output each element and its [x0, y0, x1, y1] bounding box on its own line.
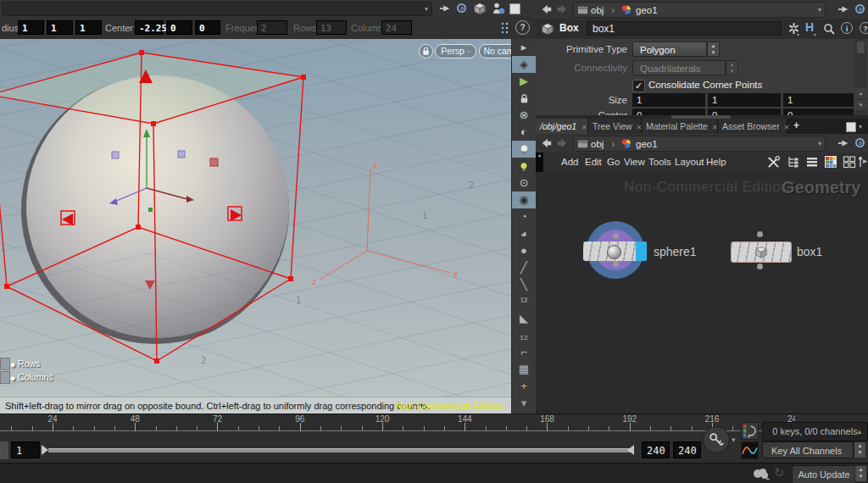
tab-tree-view[interactable]: Tree View✕ — [588, 119, 642, 134]
pin-icon[interactable] — [439, 3, 451, 14]
help-icon[interactable]: ? — [515, 20, 530, 35]
menu-edit[interactable]: Edit — [585, 153, 602, 172]
white-square-tool-icon[interactable] — [509, 3, 520, 14]
radius-z-field[interactable]: 1 — [75, 20, 102, 35]
refresh-icon[interactable]: ↻ — [774, 465, 785, 480]
path-root[interactable]: obj — [591, 3, 604, 17]
menu-help[interactable]: Help — [706, 153, 726, 172]
path-root[interactable]: obj — [591, 137, 604, 151]
pin-icon[interactable] — [837, 3, 849, 15]
autokey-mode-icon[interactable] — [741, 422, 759, 440]
info-icon[interactable]: i — [841, 22, 853, 34]
tools-icon[interactable] — [766, 155, 781, 169]
select-spinner[interactable]: ▲▼ — [707, 42, 720, 57]
menu-view[interactable]: View — [624, 153, 645, 172]
disable-lighting-icon[interactable]: ⊗ — [512, 107, 536, 124]
radial-menu-icon[interactable] — [855, 138, 865, 147]
close-icon[interactable]: ✕ — [581, 124, 587, 131]
list-view-icon[interactable] — [805, 155, 819, 169]
view-layout-icon[interactable]: ◈ — [512, 56, 536, 73]
consolidate-checkbox[interactable]: ✓ — [632, 80, 645, 92]
channel-scope-icon[interactable] — [741, 441, 759, 459]
center-x-field[interactable]: 0 — [632, 108, 705, 115]
character-tool-icon[interactable] — [492, 2, 505, 15]
object-visibility-icon[interactable]: ◕ — [512, 225, 536, 242]
radius-x-field[interactable]: 1 — [18, 20, 44, 35]
secure-selection-icon[interactable]: ▶ — [512, 73, 536, 90]
viewport-canvas[interactable]: y x z — [0, 39, 511, 414]
help-icon[interactable]: ? — [860, 22, 868, 34]
node-box1[interactable] — [731, 242, 792, 263]
headlight-icon[interactable] — [512, 141, 536, 158]
center-z-field[interactable]: 0 — [195, 20, 220, 35]
toolbar-overflow-icon[interactable]: ▸ — [863, 156, 867, 165]
chevron-down-icon[interactable]: ▾ — [818, 137, 821, 150]
center-x-field[interactable]: -2.258 — [135, 20, 164, 35]
point-numbers-icon[interactable]: ¹² — [512, 293, 536, 310]
center-y-field[interactable]: 0 — [166, 20, 192, 35]
axis-display-icon[interactable]: + — [512, 378, 536, 395]
parameter-ladder-icon[interactable] — [498, 21, 510, 35]
path-breadcrumb[interactable]: obj › geo1 ▾ — [573, 136, 826, 152]
no-cam-button[interactable]: No cam ▾ — [479, 44, 511, 58]
set-key-button[interactable] — [703, 426, 730, 453]
node-sphere1-label[interactable]: sphere1 — [654, 245, 697, 258]
size-x-field[interactable]: 1 — [632, 93, 705, 107]
size-y-field[interactable]: 1 — [708, 93, 781, 107]
size-z-field[interactable]: 1 — [783, 93, 854, 107]
center-z-field[interactable]: 0 — [783, 108, 854, 115]
current-frame-field[interactable]: 1 — [11, 441, 40, 458]
back-arrow-icon[interactable] — [541, 3, 553, 15]
scrollbar-grip[interactable] — [857, 42, 865, 53]
chevron-down-icon[interactable]: ▾ — [818, 3, 821, 16]
select-spinner[interactable]: ▲▼ — [854, 465, 867, 482]
node-name-field[interactable]: box1 — [587, 21, 782, 36]
radial-menu-icon[interactable] — [457, 3, 466, 13]
houdini-logo-icon[interactable]: H — [805, 20, 814, 34]
range-end-field[interactable]: 240 — [642, 441, 670, 458]
tab-material-palette[interactable]: Material Palette✕ — [642, 119, 718, 134]
close-icon[interactable]: ✕ — [712, 124, 718, 131]
primitive-type-select[interactable]: Polygon — [632, 42, 707, 57]
network-editor[interactable]: Non-Commercial Edition Geometry sphere1 … — [536, 172, 868, 414]
display-options-icon[interactable]: ◔ — [512, 208, 536, 225]
toolbar-expand-icon[interactable]: ▸ — [512, 39, 536, 56]
pane-layout-icon[interactable] — [846, 122, 856, 132]
key-options-chevron-icon[interactable]: ▾ — [732, 434, 736, 447]
forward-arrow-icon[interactable] — [556, 137, 568, 149]
material-shading-icon[interactable]: ◐ — [512, 124, 536, 141]
key-mode-select[interactable]: Key All Channels — [762, 441, 854, 458]
primitive-numbers-icon[interactable]: ₁₂ — [512, 327, 536, 344]
normal-lighting-icon[interactable] — [512, 158, 536, 175]
camera-menu-button[interactable]: Persp ▾ — [435, 44, 476, 58]
group-select-icon[interactable]: ▦ — [512, 361, 536, 378]
scene-viewport[interactable]: y x z — [0, 39, 511, 414]
playhead-handle[interactable] — [42, 445, 48, 455]
high-quality-lighting-icon[interactable]: ⊙ — [512, 175, 536, 192]
search-icon[interactable] — [822, 22, 836, 36]
hull-display-icon[interactable]: ⌐ — [512, 344, 536, 361]
menu-tools[interactable]: Tools — [648, 153, 671, 172]
update-mode-select[interactable]: Auto Update — [792, 465, 856, 483]
radius-y-field[interactable]: 1 — [47, 20, 73, 35]
points-display-icon[interactable]: ● — [512, 242, 536, 259]
select-spinner[interactable]: ▲▼ — [854, 441, 866, 458]
pane-splitter-handle[interactable]: ▲ — [536, 153, 543, 172]
frame-range-slider[interactable] — [48, 448, 634, 452]
node-sphere1[interactable] — [583, 242, 647, 261]
close-icon[interactable]: ✕ — [784, 124, 790, 131]
radial-menu-icon[interactable] — [855, 4, 865, 14]
brush-icon[interactable]: ╱ — [512, 259, 536, 276]
snapping-icon[interactable]: ◉ — [512, 192, 536, 208]
tab-asset-browser[interactable]: Asset Browser✕ — [718, 119, 787, 134]
menu-layout[interactable]: Layout — [675, 153, 704, 172]
primitives-display-icon[interactable]: ◣ — [512, 310, 536, 327]
path-breadcrumb[interactable]: obj › geo1 ▾ — [573, 2, 826, 18]
center-y-field[interactable]: 0 — [708, 108, 781, 115]
node-input-connector[interactable] — [613, 233, 619, 239]
path-node[interactable]: geo1 — [636, 137, 658, 151]
eyedropper-icon[interactable]: ╲ — [512, 276, 536, 293]
pin-icon[interactable] — [837, 137, 849, 149]
node-output-connector[interactable] — [757, 264, 763, 269]
toolbar-more-icon[interactable]: ▾ — [512, 395, 536, 412]
